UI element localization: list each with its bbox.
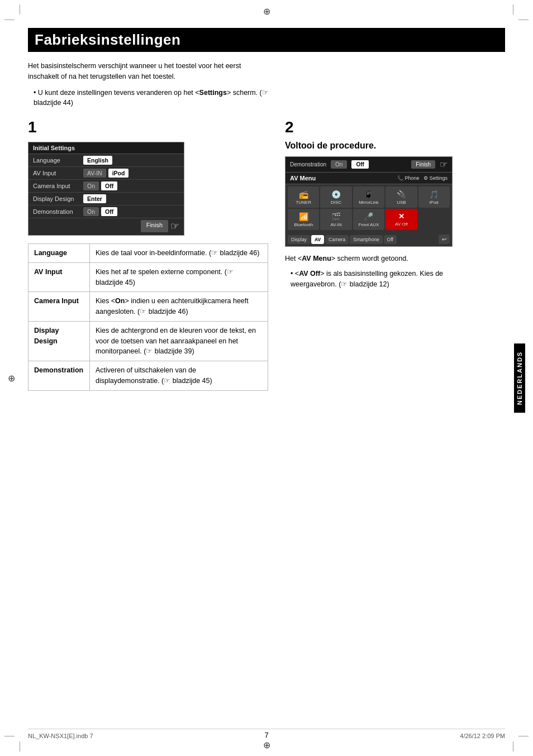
bottom-camera[interactable]: Camera xyxy=(325,235,349,244)
av-header-right: 📞 Phone ⚙ Settings xyxy=(397,175,448,181)
cursor-hand-icon: ☞ xyxy=(170,220,179,232)
back-button[interactable]: ↩ xyxy=(439,235,450,244)
intro-bullet: U kunt deze instellingen tevens verander… xyxy=(34,88,274,109)
ss-finish-button[interactable]: Finish xyxy=(141,220,168,232)
avoff-label: AV Off xyxy=(395,222,408,227)
reg-mark-left: ⊕ xyxy=(6,372,17,384)
av-item-disc[interactable]: 💿 DISC xyxy=(320,186,351,208)
demo-on-option[interactable]: On xyxy=(331,160,347,169)
av-item-avoff[interactable]: ✕ AV Off xyxy=(386,209,417,230)
step2-number: 2 xyxy=(285,118,505,136)
reg-mark-bottom: ⊕ xyxy=(261,739,272,750)
table-row-language: Language Kies de taal voor in-beeldinfor… xyxy=(28,244,268,263)
desc-camera: Kies <On> indien u een achteruitkijkcame… xyxy=(90,292,268,322)
bottom-smartphone[interactable]: Smartphone xyxy=(350,235,382,244)
table-row-camera: Camera Input Kies <On> indien u een acht… xyxy=(28,292,268,322)
crop-tr-h xyxy=(518,20,529,20)
step2-bullet: <AV Off> is als basisinstelling gekozen.… xyxy=(291,269,486,290)
tuner-icon: 📻 xyxy=(299,190,308,199)
bluetooth-icon: 📶 xyxy=(299,212,308,221)
ss-option-camera-on[interactable]: On xyxy=(83,181,99,190)
table-row-display: DisplayDesign Kies de achtergrond en de … xyxy=(28,321,268,361)
avin-label: AV-IN xyxy=(330,222,341,227)
initial-settings-screenshot: Initial Settings Language English AV Inp… xyxy=(28,142,184,236)
ss-row-language: Language English xyxy=(28,154,184,167)
term-demonstration: Demonstration xyxy=(28,361,90,391)
ss-label-avinput: AV Input xyxy=(33,170,83,176)
bottom-av[interactable]: AV xyxy=(311,235,324,244)
ss-option-enter[interactable]: Enter xyxy=(83,194,106,203)
av-item-usb[interactable]: 🔌 USB xyxy=(386,186,417,208)
bottom-off[interactable]: Off xyxy=(384,235,397,244)
term-camera: Camera Input xyxy=(28,292,90,322)
demo-off-option[interactable]: Off xyxy=(351,160,368,169)
ss-row-demo: Demonstration On Off xyxy=(28,205,184,218)
av-item-bluetooth[interactable]: 📶 Bluetooth xyxy=(288,209,319,230)
ss-row-avinput: AV Input AV-IN iPod xyxy=(28,167,184,180)
phone-button[interactable]: 📞 Phone xyxy=(397,175,419,181)
crop-br-v xyxy=(513,741,513,752)
step2-body-text: Het <AV Menu> scherm wordt getoond. xyxy=(285,253,480,264)
av-item-avin[interactable]: 🎬 AV-IN xyxy=(320,209,351,230)
settings-button[interactable]: ⚙ Settings xyxy=(423,175,448,181)
ss-option-demo-on[interactable]: On xyxy=(83,207,99,216)
step1-number: 1 xyxy=(28,118,268,136)
av-header-title: AV Menu xyxy=(290,175,316,181)
table-row-avinput: AV Input Kies het af te spelen externe c… xyxy=(28,262,268,292)
crop-br-h xyxy=(518,736,529,736)
footer-date-info: 4/26/12 2:09 PM xyxy=(460,733,505,739)
ss-header: Initial Settings xyxy=(28,142,184,154)
term-language: Language xyxy=(28,244,90,263)
desc-display: Kies de achtergrond en de kleuren voor d… xyxy=(90,321,268,361)
ss-option-ipod[interactable]: iPod xyxy=(108,169,129,178)
av-bottom-row: Display AV Camera Smartphone Off ↩ xyxy=(285,232,452,246)
ss-label-display: Display Design xyxy=(33,195,83,202)
disc-label: DISC xyxy=(331,200,341,205)
ipod-icon: 🎵 xyxy=(429,190,439,199)
desc-demonstration: Activeren of uitschakelen van de display… xyxy=(90,361,268,391)
av-header: AV Menu 📞 Phone ⚙ Settings xyxy=(285,173,452,184)
ss-label-language: Language xyxy=(33,157,83,164)
footer-file-info: NL_KW-NSX1[E].indb 7 xyxy=(28,733,93,739)
usb-icon: 🔌 xyxy=(397,190,406,199)
av-item-ipod[interactable]: 🎵 iPod xyxy=(418,186,450,208)
ss-option-english[interactable]: English xyxy=(83,156,112,165)
ss-options-avinput: AV-IN iPod xyxy=(83,169,179,178)
ss-row-display: Display Design Enter xyxy=(28,193,184,205)
ss-option-camera-off[interactable]: Off xyxy=(101,181,117,190)
desc-avinput: Kies het af te spelen externe component.… xyxy=(90,262,268,292)
ss-options-camera: On Off xyxy=(83,181,179,190)
right-column: 2 Voltooi de procedure. Demonstration On… xyxy=(285,118,505,391)
page-content: Fabrieksinstellingen Het basisinstelsche… xyxy=(28,28,505,728)
crop-tl-v xyxy=(20,4,20,15)
two-columns: 1 Initial Settings Language English AV I… xyxy=(28,118,505,391)
page-number: 7 xyxy=(264,731,268,739)
avin-icon: 🎬 xyxy=(331,212,341,221)
av-item-tuner[interactable]: 📻 TUNER xyxy=(288,186,319,208)
crop-tr-v xyxy=(513,4,513,15)
av-grid: 📻 TUNER 💿 DISC 📱 MirrorLink 🔌 USB xyxy=(285,184,452,232)
desc-language: Kies de taal voor in-beeldinformatie. (☞… xyxy=(90,244,268,263)
frontaux-icon: 🎤 xyxy=(364,212,373,221)
left-column: 1 Initial Settings Language English AV I… xyxy=(28,118,268,391)
mirrorlink-icon: 📱 xyxy=(364,190,373,199)
ss-option-demo-off[interactable]: Off xyxy=(101,207,117,216)
disc-icon: 💿 xyxy=(331,190,341,199)
crop-bl-v xyxy=(20,741,20,752)
ss-label-camera: Camera Input xyxy=(33,183,83,189)
av-item-mirrorlink[interactable]: 📱 MirrorLink xyxy=(353,186,384,208)
demo-bar: Demonstration On Off Finish ☞ xyxy=(285,157,452,173)
intro-text: Het basisinstelscherm verschijnt wanneer… xyxy=(28,61,268,82)
page-title: Fabrieksinstellingen xyxy=(28,28,505,52)
frontaux-label: Front AUX xyxy=(359,222,379,227)
mirrorlink-label: MirrorLink xyxy=(359,200,379,205)
table-row-demonstration: Demonstration Activeren of uitschakelen … xyxy=(28,361,268,391)
bottom-display[interactable]: Display xyxy=(288,235,310,244)
ss-row-camera: Camera Input On Off xyxy=(28,180,184,193)
demo-finish-button[interactable]: Finish xyxy=(411,160,435,169)
description-table: Language Kies de taal voor in-beeldinfor… xyxy=(28,243,268,391)
demo-cursor-icon: ☞ xyxy=(440,159,448,170)
ss-option-avin[interactable]: AV-IN xyxy=(83,169,106,178)
av-item-frontaux[interactable]: 🎤 Front AUX xyxy=(353,209,384,230)
term-display: DisplayDesign xyxy=(28,321,90,361)
